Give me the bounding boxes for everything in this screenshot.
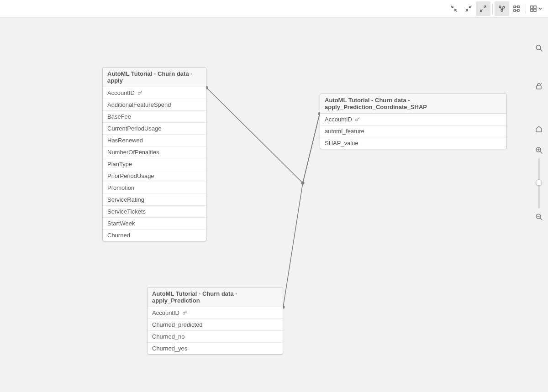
table-field-label: ServiceTickets [107,208,146,215]
svg-rect-20 [534,9,536,11]
table-field[interactable]: ServiceTickets [103,206,206,218]
table-field[interactable]: StartWeek [103,218,206,230]
table-field-label: Promotion [107,184,134,191]
collapse-button[interactable] [447,1,461,16]
right-rail [532,42,545,223]
svg-point-23 [301,182,305,185]
svg-rect-19 [531,9,533,11]
table-field[interactable]: NumberOfPenalties [103,146,206,158]
table-node-header[interactable]: AutoML Tutorial - Churn data - apply_Pre… [148,287,283,307]
table-field[interactable]: HasRenewed [103,135,206,146]
svg-rect-11 [514,6,516,8]
zoom-slider-thumb[interactable] [536,179,542,186]
svg-line-10 [502,8,503,10]
table-node-header[interactable]: AutoML Tutorial - Churn data - apply [103,68,206,87]
table-field[interactable]: AccountID [320,114,506,125]
svg-line-27 [141,92,142,93]
graph-view-button[interactable] [495,1,509,16]
table-field[interactable]: Churned_no [148,331,283,343]
zoom-out-button[interactable] [532,210,545,223]
table-field-label: Churned_no [152,333,185,340]
svg-point-6 [499,6,501,8]
table-field-label: automl_feature [325,128,364,135]
svg-line-30 [358,118,359,119]
canvas-area[interactable]: AutoML Tutorial - Churn data - applyAcco… [0,17,548,392]
svg-point-8 [501,10,503,11]
svg-rect-13 [517,6,519,8]
table-field-label: Churned_yes [152,345,187,352]
table-field-label: HasRenewed [107,137,143,144]
table-field-label: Churned [107,232,130,239]
table-field[interactable]: PlanType [103,158,206,170]
table-field-label: AccountID [152,309,179,316]
toolbar-separator [492,4,493,14]
collapse-all-button[interactable] [461,1,476,16]
toolbar-separator [526,4,526,14]
table-node[interactable]: AutoML Tutorial - Churn data - apply_Pre… [320,94,507,149]
table-field[interactable]: Churned_yes [148,343,283,354]
svg-rect-17 [531,6,533,8]
svg-line-39 [540,152,542,153]
table-field[interactable]: AccountID [148,307,283,319]
svg-line-33 [186,312,187,313]
table-field[interactable]: Churned [103,230,206,241]
table-field-label: PriorPeriodUsage [107,172,154,179]
unlock-button[interactable] [532,80,545,93]
table-field-label: CurrentPeriodUsage [107,125,162,132]
zoom-slider[interactable] [538,158,540,209]
key-icon [182,310,188,316]
table-field[interactable]: AdditionalFeatureSpend [103,99,206,111]
svg-rect-12 [514,10,516,11]
table-field-label: NumberOfPenalties [107,149,159,156]
search-button[interactable] [532,42,545,54]
svg-point-7 [503,6,505,8]
key-icon [137,90,143,96]
table-node[interactable]: AutoML Tutorial - Churn data - applyAcco… [102,67,206,241]
table-field[interactable]: Churned_predicted [148,319,283,331]
home-button[interactable] [532,123,545,136]
table-field[interactable]: CurrentPeriodUsage [103,123,206,135]
table-field[interactable]: PriorPeriodUsage [103,170,206,182]
table-field-label: AccountID [325,116,352,123]
svg-line-37 [540,84,542,84]
table-field-label: AccountID [107,89,135,96]
table-field[interactable]: Promotion [103,182,206,194]
table-field[interactable]: automl_feature [320,125,506,137]
table-field[interactable]: ServiceRating [103,194,206,206]
table-field-label: PlanType [107,161,132,167]
svg-rect-18 [534,6,536,8]
svg-rect-36 [537,86,541,89]
table-field[interactable]: AccountID [103,87,206,99]
top-toolbar [447,0,548,17]
table-field-label: SHAP_value [325,140,358,146]
svg-line-35 [540,49,542,51]
table-field-label: AdditionalFeatureSpend [107,101,171,108]
table-field[interactable]: BaseFee [103,111,206,123]
zoom-in-button[interactable] [532,144,545,157]
layout-menu-button[interactable] [528,1,544,16]
table-node[interactable]: AutoML Tutorial - Churn data - apply_Pre… [147,287,283,355]
svg-line-9 [501,8,502,10]
key-icon [355,117,360,122]
table-field-label: StartWeek [107,220,135,227]
expand-button[interactable] [476,1,490,16]
svg-line-43 [540,218,542,220]
table-node-header[interactable]: AutoML Tutorial - Churn data - apply_Pre… [320,94,506,114]
list-view-button[interactable] [509,1,524,16]
table-field-label: ServiceRating [107,196,144,203]
table-field-label: BaseFee [107,113,131,120]
table-field-label: Churned_predicted [152,321,203,328]
svg-rect-14 [517,10,519,11]
table-field[interactable]: SHAP_value [320,137,506,149]
